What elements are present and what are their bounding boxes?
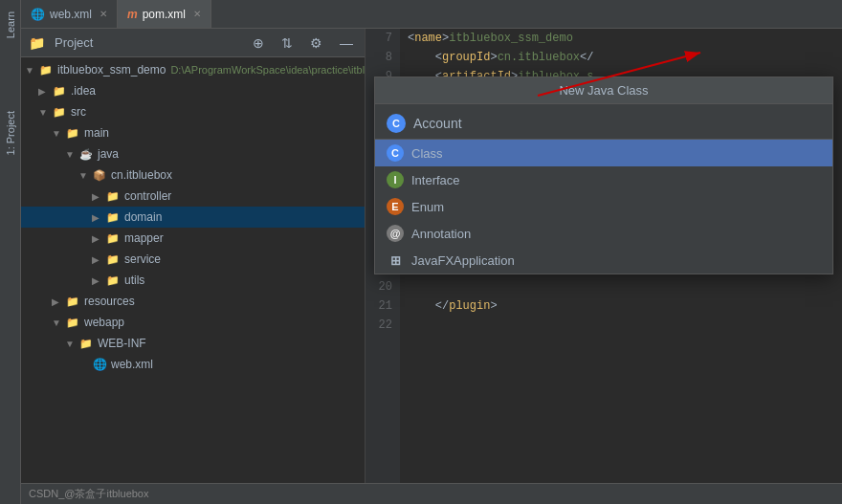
left-sidebar: Learn 1: Project (0, 0, 21, 504)
folder-icon: 📁 (29, 35, 45, 51)
sidebar-label-learn[interactable]: Learn (2, 4, 19, 46)
folder-icon-utils: 📁 (105, 273, 121, 288)
arrow-collapsed-idea: ▶ (38, 86, 52, 97)
enum-icon: E (387, 198, 404, 215)
status-text: CSDN_@茶盒子itbluebox (29, 487, 149, 501)
tree-label-java: java (98, 147, 119, 161)
toolbar-sync-btn[interactable]: ⇅ (277, 33, 297, 53)
tree-label-controller: controller (124, 189, 171, 203)
arrow-expanded-src: ▼ (38, 107, 52, 118)
annotation-icon: @ (387, 225, 404, 242)
editor-panel: 7 8 9 10 11 12 13 14 15 16 17 18 19 20 2… (366, 29, 842, 483)
dialog-list-item-annotation[interactable]: @ Annotation (375, 220, 832, 247)
project-tree: ▼ 📁 itbluebox_ssm_demo D:\AProgramWorkSp… (21, 57, 365, 483)
interface-label: Interface (411, 173, 460, 187)
arrow-expanded-java: ▼ (65, 149, 78, 160)
tree-item-java[interactable]: ▼ ☕ java (21, 143, 365, 164)
annotation-label: Annotation (411, 227, 471, 241)
folder-icon-mapper: 📁 (105, 230, 121, 246)
tree-item-controller[interactable]: ▶ 📁 controller (21, 186, 365, 207)
class-icon: C (387, 144, 404, 162)
dialog-list-item-javafx[interactable]: ⊞ JavaFXApplication (375, 247, 832, 274)
tree-path-root: D:\AProgramWorkSpace\idea\practice\itblu… (170, 64, 365, 76)
folder-icon-webapp: 📁 (65, 315, 80, 330)
folder-icon-root: 📁 (38, 62, 54, 77)
arrow-expanded-main: ▼ (52, 128, 65, 139)
class-label: Class (411, 146, 443, 161)
arrow-collapsed-controller: ▶ (92, 191, 105, 202)
dialog-list: C Class I Interface E Enum @ (375, 140, 832, 274)
dialog-list-item-enum[interactable]: E Enum (375, 193, 832, 220)
folder-icon-service: 📁 (105, 252, 121, 267)
arrow-collapsed-mapper: ▶ (92, 233, 105, 244)
folder-icon-idea: 📁 (52, 83, 67, 99)
dialog-input-row: C (375, 104, 832, 140)
tree-label-root: itbluebox_ssm_demo (57, 63, 166, 77)
arrow-collapsed-resources: ▶ (52, 296, 65, 307)
tree-label-domain: domain (124, 210, 162, 224)
main-area: 🌐 web.xml ✕ m pom.xml ✕ 📁 Project ⊕ ⇅ ⚙ … (21, 0, 842, 504)
dialog-title: New Java Class (375, 77, 832, 104)
tree-label-resources: resources (84, 295, 135, 308)
tree-item-src[interactable]: ▼ 📁 src (21, 101, 365, 122)
dialog-list-item-interface[interactable]: I Interface (375, 166, 832, 193)
arrow-collapsed-service: ▶ (92, 254, 105, 265)
sidebar-label-project[interactable]: 1: Project (2, 103, 19, 163)
tree-item-resources[interactable]: ▶ 📁 resources (21, 291, 365, 312)
dialog-list-item-class[interactable]: C Class (375, 140, 832, 166)
tree-label-idea: .idea (71, 84, 96, 98)
tab-web-xml[interactable]: 🌐 web.xml ✕ (21, 0, 118, 28)
tree-label-web-inf: WEB-INF (98, 337, 146, 350)
package-icon-cn: 📦 (92, 167, 107, 183)
tab-web-xml-label: web.xml (50, 8, 92, 21)
arrow-expanded-webinf: ▼ (65, 339, 78, 349)
project-panel: 📁 Project ⊕ ⇅ ⚙ — ▼ 📁 itbluebox_ssm_demo… (21, 29, 366, 483)
tab-pom-xml[interactable]: m pom.xml ✕ (118, 0, 211, 28)
toolbar-minimize-btn[interactable]: — (336, 33, 357, 53)
arrow-expanded-webapp: ▼ (52, 318, 65, 328)
tree-label-mapper: mapper (124, 231, 164, 245)
tree-item-webapp[interactable]: ▼ 📁 webapp (21, 312, 365, 333)
project-toolbar: 📁 Project ⊕ ⇅ ⚙ — (21, 29, 365, 57)
dialog-input-field[interactable] (413, 116, 821, 131)
javafx-icon: ⊞ (387, 252, 404, 269)
dialog-input-class-icon: C (387, 114, 406, 133)
tree-label-main: main (84, 126, 109, 140)
folder-icon-main: 📁 (65, 125, 80, 141)
toolbar-add-btn[interactable]: ⊕ (249, 33, 268, 53)
new-java-class-dialog: New Java Class C C Class I Interface (374, 77, 833, 274)
status-bar: CSDN_@茶盒子itbluebox (21, 483, 842, 504)
project-toolbar-title: Project (55, 35, 239, 50)
web-xml-tab-icon: 🌐 (31, 8, 45, 21)
folder-icon-controller: 📁 (105, 188, 121, 204)
enum-label: Enum (411, 200, 444, 214)
folder-icon-web-inf: 📁 (78, 336, 94, 351)
tree-item-root[interactable]: ▼ 📁 itbluebox_ssm_demo D:\AProgramWorkSp… (21, 59, 365, 80)
code-line-7: <name>itbluebox_ssm_demo (408, 29, 834, 48)
tree-label-web-xml: web.xml (111, 358, 153, 371)
tree-item-idea[interactable]: ▶ 📁 .idea (21, 80, 365, 101)
tree-item-web-xml[interactable]: ▶ 🌐 web.xml (21, 354, 365, 375)
folder-icon-resources: 📁 (65, 294, 80, 309)
tree-item-service[interactable]: ▶ 📁 service (21, 249, 365, 270)
pom-xml-tab-icon: m (127, 8, 138, 21)
tab-bar: 🌐 web.xml ✕ m pom.xml ✕ (21, 0, 842, 29)
code-line-8: <groupId>cn.itbluebox</ (408, 48, 834, 67)
tree-item-utils[interactable]: ▶ 📁 utils (21, 270, 365, 291)
tab-web-xml-close[interactable]: ✕ (100, 9, 107, 19)
tree-item-mapper[interactable]: ▶ 📁 mapper (21, 228, 365, 249)
tree-item-web-inf[interactable]: ▼ 📁 WEB-INF (21, 333, 365, 354)
content-row: 📁 Project ⊕ ⇅ ⚙ — ▼ 📁 itbluebox_ssm_demo… (21, 29, 842, 483)
tree-label-cn: cn.itbluebox (111, 168, 172, 182)
tree-item-domain[interactable]: ▶ 📁 domain (21, 207, 365, 228)
tree-item-cn-itbluebox[interactable]: ▼ 📦 cn.itbluebox (21, 164, 365, 186)
tree-label-webapp: webapp (84, 316, 124, 329)
arrow-expanded: ▼ (25, 65, 38, 76)
tree-item-main[interactable]: ▼ 📁 main (21, 122, 365, 143)
arrow-collapsed-utils: ▶ (92, 275, 105, 286)
tab-pom-xml-close[interactable]: ✕ (193, 9, 201, 19)
toolbar-settings-btn[interactable]: ⚙ (306, 33, 326, 53)
arrow-none-webxml: ▶ (78, 360, 92, 370)
arrow-expanded-cn: ▼ (78, 170, 92, 181)
folder-icon-src: 📁 (52, 104, 67, 120)
